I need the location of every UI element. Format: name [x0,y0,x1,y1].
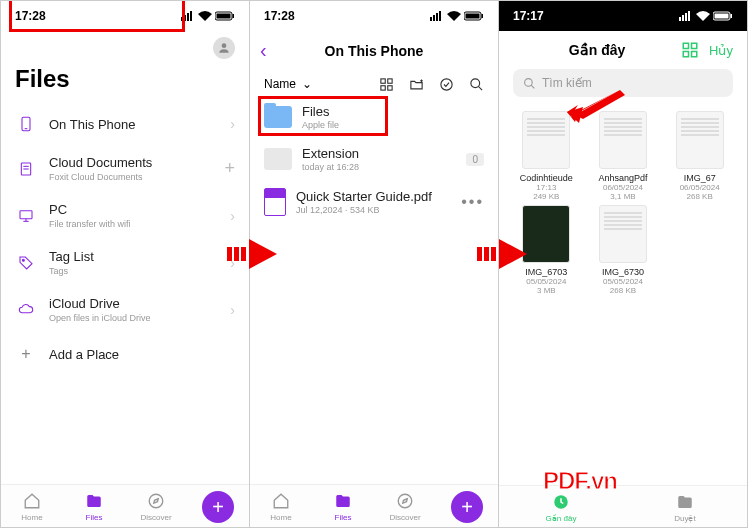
svg-rect-3 [190,11,192,21]
row-on-this-phone[interactable]: On This Phone › [1,103,249,145]
file-size: 3 MB [537,286,556,295]
chevron-down-icon: ⌄ [302,77,312,91]
svg-point-32 [470,78,479,87]
sort-dropdown[interactable]: Name ⌄ [264,77,312,91]
svg-rect-36 [682,15,684,21]
row-sub: Foxit Cloud Documents [49,172,224,182]
file-name: IMG_67 [684,173,716,183]
svg-point-17 [149,494,163,508]
status-icons [430,11,484,21]
svg-line-33 [478,86,482,90]
row-add-place[interactable]: + Add a Place [1,333,249,375]
nav-fab[interactable]: + [436,491,498,523]
file-name: AnhsangPdf [598,173,647,183]
file-quick-starter[interactable]: Quick Starter Guide.pdf Jul 12,2024 · 53… [250,180,498,224]
plus-icon: + [15,343,37,365]
svg-rect-18 [430,17,432,21]
svg-rect-19 [433,15,435,21]
new-folder-icon[interactable] [408,76,424,92]
grid-view-toggle[interactable] [681,41,699,59]
avatar[interactable] [213,37,235,59]
svg-rect-37 [685,13,687,21]
more-icon[interactable]: ••• [461,193,484,211]
svg-rect-23 [466,14,480,19]
svg-rect-42 [683,43,688,48]
nav-discover[interactable]: Discover [374,491,436,523]
file-item-1[interactable]: AnhsangPdf 06/05/2024 3,1 MB [586,111,661,201]
page-title: Files [1,63,249,103]
nav-label: Discover [140,513,171,522]
nav-home[interactable]: Home [1,491,63,523]
file-item-4[interactable]: IMG_6730 05/05/2024 268 KB [586,205,661,295]
file-item-2[interactable]: IMG_67 06/05/2024 268 KB [662,111,737,201]
row-cloud-documents[interactable]: Cloud Documents Foxit Cloud Documents + [1,145,249,192]
svg-point-34 [398,494,412,508]
item-label: Files [302,104,484,119]
bottom-nav: Gần đây Duyệt [499,485,747,527]
file-date: 06/05/2024 [603,183,643,192]
folder-files[interactable]: Files Apple file [250,96,498,138]
file-item-0[interactable]: Codinhtieude 17:13 249 KB [509,111,584,201]
file-date: 05/05/2024 [603,277,643,286]
search-icon [523,77,536,90]
back-button[interactable]: ‹ [260,39,280,62]
nav-label: Home [21,513,42,522]
cancel-button[interactable]: Hủy [709,43,733,58]
nav-files[interactable]: Files [63,491,125,523]
nav-label: Home [270,513,291,522]
status-icons [181,11,235,21]
watermark: PDF.vn [543,467,617,495]
folder-extension[interactable]: Extension today at 16:28 0 [250,138,498,180]
item-label: Quick Starter Guide.pdf [296,189,461,204]
file-item-3[interactable]: IMG_6703 05/05/2024 3 MB [509,205,584,295]
svg-rect-41 [731,14,733,18]
status-bar: 17:28 [250,1,498,31]
row-sub: File transfer with wifi [49,219,230,229]
svg-rect-25 [380,78,384,82]
row-icloud-drive[interactable]: iCloud Drive Open files in iCloud Drive … [1,286,249,333]
nav-label: Discover [389,513,420,522]
svg-rect-20 [436,13,438,21]
nav-label: Duyệt [674,514,695,523]
row-pc[interactable]: PC File transfer with wifi › [1,192,249,239]
monitor-icon [15,205,37,227]
svg-rect-44 [683,52,688,57]
nav-label: Gần đây [546,514,577,523]
bottom-nav: Home Files Discover + [250,484,498,527]
file-date: 05/05/2024 [526,277,566,286]
row-tag-list[interactable]: Tag List Tags › [1,239,249,286]
file-name: IMG_6703 [525,267,567,277]
nav-home[interactable]: Home [250,491,312,523]
svg-point-16 [22,259,24,261]
status-bar: 17:28 [1,1,249,31]
page-title: Gần đây [513,42,681,58]
folder-icon [264,106,292,128]
file-thumbnail [599,205,647,263]
status-icons [679,11,733,21]
count-badge: 0 [466,153,484,166]
file-name: Codinhtieude [520,173,573,183]
add-fab[interactable]: + [202,491,234,523]
svg-rect-13 [20,210,32,218]
screen-files-root: 17:28 Files On This Phone › Cloud Docume… [1,1,250,527]
plus-icon[interactable]: + [224,158,235,179]
nav-fab[interactable]: + [187,491,249,523]
search-input[interactable]: Tìm kiếm [513,69,733,97]
nav-browse[interactable]: Duyệt [623,492,747,523]
file-name: IMG_6730 [602,267,644,277]
search-icon[interactable] [468,76,484,92]
phone-icon [15,113,37,135]
svg-rect-26 [387,78,391,82]
svg-rect-24 [482,14,484,18]
nav-discover[interactable]: Discover [125,491,187,523]
status-time: 17:28 [15,9,46,23]
nav-recent[interactable]: Gần đây [499,492,623,523]
grid-view-icon[interactable] [378,76,394,92]
nav-files[interactable]: Files [312,491,374,523]
folder-icon [333,491,353,511]
chevron-right-icon: › [230,116,235,132]
file-size: 268 KB [687,192,713,201]
add-fab[interactable]: + [451,491,483,523]
select-icon[interactable] [438,76,454,92]
extension-icon [264,148,292,170]
